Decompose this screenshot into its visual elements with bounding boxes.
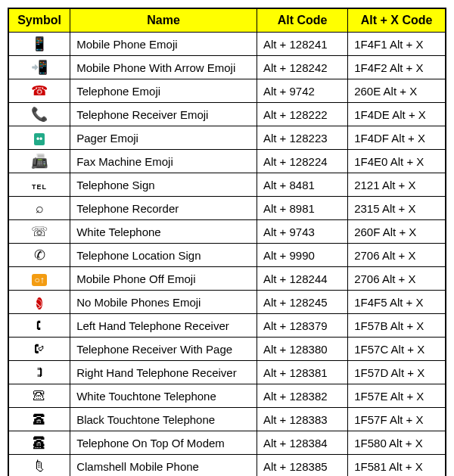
- altcode-cell: Alt + 9742: [257, 79, 347, 103]
- altx-cell: 1F57E Alt + X: [348, 384, 446, 408]
- name-cell: White Touchtone Telephone: [70, 384, 257, 408]
- table-row: ••Pager EmojiAlt + 1282231F4DF Alt + X: [8, 126, 446, 150]
- altcode-cell: Alt + 128383: [257, 408, 347, 431]
- table-row: 📞Telephone Receiver EmojiAlt + 1282221F4…: [8, 103, 446, 126]
- symbol-cell: 🕽: [8, 361, 70, 384]
- table-row: 🕽Right Hand Telephone ReceiverAlt + 1283…: [8, 361, 446, 384]
- altcode-cell: Alt + 128224: [257, 150, 347, 173]
- altcode-cell: Alt + 128245: [257, 291, 347, 314]
- table-row: 📱Mobile Phone EmojiAlt + 1282411F4F1 Alt…: [8, 33, 446, 56]
- altcode-cell: Alt + 128381: [257, 361, 347, 384]
- altcode-cell: Alt + 8481: [257, 173, 347, 197]
- name-cell: Right Hand Telephone Receiver: [70, 361, 257, 384]
- symbol-cell: 🖀: [8, 431, 70, 455]
- altx-cell: 1F57C Alt + X: [348, 338, 446, 361]
- altx-cell: 1F4F5 Alt + X: [348, 291, 446, 314]
- altx-cell: 1F57D Alt + X: [348, 361, 446, 384]
- symbol-cell: ⃠: [8, 291, 70, 314]
- table-row: TELTelephone SignAlt + 84812121 Alt + X: [8, 173, 446, 197]
- altx-cell: 1F57F Alt + X: [348, 408, 446, 431]
- symbol-cell: 📲: [8, 56, 70, 79]
- symbol-cell: 🕻: [8, 314, 70, 338]
- altcode-cell: Alt + 128385: [257, 455, 347, 477]
- name-cell: Left Hand Telephone Receiver: [70, 314, 257, 338]
- altcode-cell: Alt + 128244: [257, 267, 347, 291]
- altx-cell: 1F57B Alt + X: [348, 314, 446, 338]
- header-symbol: Symbol: [8, 8, 70, 33]
- symbol-cell: 📱: [8, 33, 70, 56]
- altx-cell: 1F581 Alt + X: [348, 455, 446, 477]
- table-row: 🕿Black Touchtone TelephoneAlt + 1283831F…: [8, 408, 446, 431]
- altx-cell: 1F4DE Alt + X: [348, 103, 446, 126]
- altcode-cell: Alt + 9743: [257, 220, 347, 244]
- table-row: 🖁Clamshell Mobile PhoneAlt + 1283851F581…: [8, 455, 446, 477]
- altx-cell: 1F4E0 Alt + X: [348, 150, 446, 173]
- name-cell: Black Touchtone Telephone: [70, 408, 257, 431]
- symbol-cell: 🕿: [8, 408, 70, 431]
- altx-cell: 260F Alt + X: [348, 220, 446, 244]
- name-cell: Telephone On Top Of Modem: [70, 431, 257, 455]
- altx-cell: 2706 Alt + X: [348, 267, 446, 291]
- table-row: ✆Telephone Location SignAlt + 99902706 A…: [8, 244, 446, 267]
- header-altx: Alt + X Code: [348, 8, 446, 33]
- symbol-cell: TEL: [8, 173, 70, 197]
- header-name: Name: [70, 8, 257, 33]
- name-cell: No Mobile Phones Emoji: [70, 291, 257, 314]
- table-row: ☎Telephone EmojiAlt + 9742260E Alt + X: [8, 79, 446, 103]
- altcode-cell: Alt + 128242: [257, 56, 347, 79]
- altx-cell: 1F4DF Alt + X: [348, 126, 446, 150]
- table-row: 📲Mobile Phone With Arrow EmojiAlt + 1282…: [8, 56, 446, 79]
- table-row: ○↑Mobile Phone Off EmojiAlt + 1282442706…: [8, 267, 446, 291]
- name-cell: Clamshell Mobile Phone: [70, 455, 257, 477]
- table-row: ☏White TelephoneAlt + 9743260F Alt + X: [8, 220, 446, 244]
- name-cell: Mobile Phone With Arrow Emoji: [70, 56, 257, 79]
- symbol-cell: 🖁: [8, 455, 70, 477]
- symbol-cell: 📞: [8, 103, 70, 126]
- alt-codes-table: Symbol Name Alt Code Alt + X Code 📱Mobil…: [8, 8, 446, 476]
- name-cell: Telephone Recorder: [70, 197, 257, 220]
- altcode-cell: Alt + 9990: [257, 244, 347, 267]
- name-cell: Telephone Receiver With Page: [70, 338, 257, 361]
- symbol-cell: ✆: [8, 244, 70, 267]
- altx-cell: 1F4F1 Alt + X: [348, 33, 446, 56]
- altcode-cell: Alt + 128223: [257, 126, 347, 150]
- symbol-cell: ••: [8, 126, 70, 150]
- name-cell: Mobile Phone Off Emoji: [70, 267, 257, 291]
- altcode-cell: Alt + 128379: [257, 314, 347, 338]
- altcode-cell: Alt + 128380: [257, 338, 347, 361]
- altx-cell: 260E Alt + X: [348, 79, 446, 103]
- name-cell: Fax Machine Emoji: [70, 150, 257, 173]
- name-cell: White Telephone: [70, 220, 257, 244]
- table-row: 🖀Telephone On Top Of ModemAlt + 1283841F…: [8, 431, 446, 455]
- name-cell: Mobile Phone Emoji: [70, 33, 257, 56]
- table-row: ⃠No Mobile Phones EmojiAlt + 1282451F4F5…: [8, 291, 446, 314]
- symbol-cell: ☏: [8, 220, 70, 244]
- header-altcode: Alt Code: [257, 8, 347, 33]
- altcode-cell: Alt + 8981: [257, 197, 347, 220]
- symbol-cell: ○↑: [8, 267, 70, 291]
- name-cell: Telephone Emoji: [70, 79, 257, 103]
- altcode-cell: Alt + 128384: [257, 431, 347, 455]
- table-row: 🕼Telephone Receiver With PageAlt + 12838…: [8, 338, 446, 361]
- header-row: Symbol Name Alt Code Alt + X Code: [8, 8, 446, 33]
- table-row: ⌕Telephone RecorderAlt + 89812315 Alt + …: [8, 197, 446, 220]
- symbol-cell: 📠: [8, 150, 70, 173]
- altx-cell: 2706 Alt + X: [348, 244, 446, 267]
- name-cell: Telephone Receiver Emoji: [70, 103, 257, 126]
- symbol-cell: 🕾: [8, 384, 70, 408]
- table-row: 📠Fax Machine EmojiAlt + 1282241F4E0 Alt …: [8, 150, 446, 173]
- table-row: 🕾White Touchtone TelephoneAlt + 1283821F…: [8, 384, 446, 408]
- altx-cell: 1F580 Alt + X: [348, 431, 446, 455]
- symbol-cell: ⌕: [8, 197, 70, 220]
- altcode-cell: Alt + 128222: [257, 103, 347, 126]
- table-row: 🕻Left Hand Telephone ReceiverAlt + 12837…: [8, 314, 446, 338]
- altcode-cell: Alt + 128241: [257, 33, 347, 56]
- altx-cell: 2315 Alt + X: [348, 197, 446, 220]
- name-cell: Pager Emoji: [70, 126, 257, 150]
- symbol-cell: 🕼: [8, 338, 70, 361]
- altx-cell: 1F4F2 Alt + X: [348, 56, 446, 79]
- altx-cell: 2121 Alt + X: [348, 173, 446, 197]
- name-cell: Telephone Location Sign: [70, 244, 257, 267]
- name-cell: Telephone Sign: [70, 173, 257, 197]
- altcode-cell: Alt + 128382: [257, 384, 347, 408]
